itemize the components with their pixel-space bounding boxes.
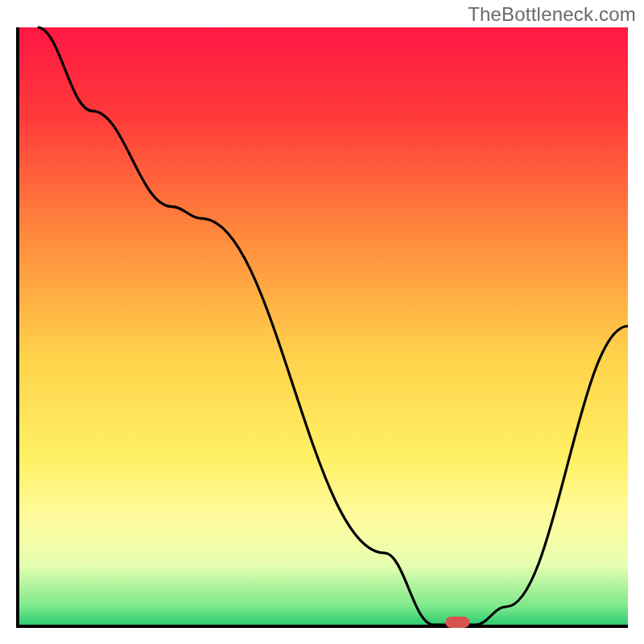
- chart-container: TheBottleneck.com: [0, 0, 644, 644]
- plot-area: [16, 27, 628, 628]
- optimal-marker: [445, 617, 469, 628]
- plot-svg: [19, 27, 628, 625]
- watermark-text: TheBottleneck.com: [468, 3, 636, 26]
- gradient-background: [19, 27, 628, 625]
